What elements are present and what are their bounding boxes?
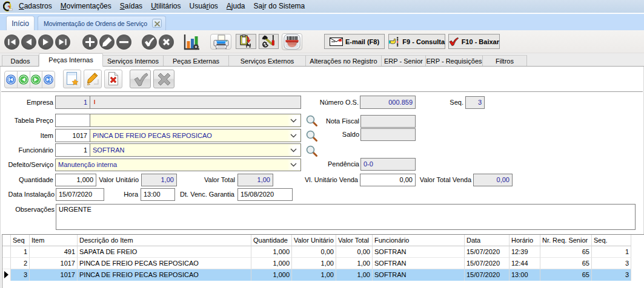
window-tab-movimentacao[interactable]: Movimentação de Ordens de Serviço [38,16,166,30]
last-page-button[interactable] [42,71,55,88]
chevron-down-icon[interactable] [287,115,300,126]
menu-item-sa-das[interactable]: Saídas [116,0,147,13]
grid-cell[interactable]: 1,000 [251,246,292,258]
grid-cell[interactable]: 1,00 [336,258,373,269]
grid-cell[interactable]: 1,00 [336,269,373,281]
email-button[interactable]: E-mail (F8) [324,34,385,49]
grid-cell[interactable]: 1,000 [251,269,292,281]
tab-servi-os-internos[interactable]: Serviços Internos [103,55,164,66]
tab-dados[interactable]: Dados [2,55,39,66]
previous-page-button[interactable] [18,71,30,88]
menu-item-usu-rios[interactable]: Usuários [185,0,222,13]
menu-item-cadastros[interactable]: Cadastros [15,0,56,13]
grid-cell[interactable]: PINCA DE FREIO PECAS REPOSICAO [78,258,251,269]
grid-cell[interactable]: 1 [592,246,631,258]
search-icon[interactable] [305,145,318,157]
grid-cell[interactable]: 0,00 [292,246,336,258]
confirm-button[interactable] [130,70,151,88]
grid-cell[interactable]: 0,00 [336,246,373,258]
grid-cell[interactable]: 3 [11,269,30,281]
grid-cell[interactable]: 65 [540,258,592,269]
previous-record-button[interactable] [21,34,36,50]
grid-cell[interactable]: 3 [592,269,631,281]
chevron-down-icon[interactable] [287,130,300,141]
grid-cell[interactable]: 1,00 [292,269,336,281]
grid-cell[interactable]: 1017 [30,269,78,281]
chart-icon[interactable] [182,33,201,51]
grid-cell[interactable]: 3 [592,258,631,269]
tabela-preco-code-input[interactable] [55,114,90,127]
grid-cell[interactable]: SOFTRAN [373,269,465,281]
tab-pe-as-externas[interactable]: Peças Externas [164,55,229,66]
chevron-down-icon[interactable] [287,160,300,170]
cancel-record-button[interactable] [159,34,174,50]
grid-cell[interactable]: 65 [540,269,592,281]
new-record-button[interactable] [63,70,81,88]
grid-cell[interactable]: SOFTRAN [373,246,465,258]
menu-item-movimenta-es[interactable]: Movimentações [56,0,116,13]
search-icon[interactable] [305,129,318,142]
dt-venc-garantia-input[interactable]: 15/08/2020 [237,188,293,201]
tab-servi-os-externos[interactable]: Serviços Externos [229,55,306,66]
grid-cell[interactable]: 1 [11,246,30,258]
delete-record-button[interactable] [104,70,122,88]
grid-cell[interactable]: SOFTRAN [373,258,465,269]
edit-record-button[interactable] [84,70,102,88]
x-icon [159,34,174,50]
grid-cell[interactable]: 12:44 [510,258,540,269]
grid-cell[interactable]: SAPATA DE FREIO [78,246,251,258]
grid-cell[interactable]: 12:39 [510,246,540,258]
last-record-button[interactable] [55,34,70,50]
window-tab-inicio[interactable]: Início [6,16,35,30]
first-page-button[interactable] [5,71,18,88]
quantidade-input[interactable]: 1,000 [55,174,96,186]
grid-cell[interactable]: 1017 [30,258,78,269]
settings-button[interactable] [259,34,279,49]
chevron-down-icon[interactable] [287,145,300,155]
funcionario-combo[interactable]: SOFTRAN [90,143,301,157]
f9-consulta-button[interactable]: F9 - Consulta [388,34,445,49]
tab-close-button[interactable] [152,19,162,28]
tab-pe-as-internas[interactable]: Peças Internas [39,53,103,67]
observacoes-memo[interactable]: URGENTE [56,204,636,230]
grid-cell[interactable]: 2 [11,258,30,269]
item-combo[interactable]: PINCA DE FREIO PECAS REPOSICAO [90,129,301,142]
menu-item-utilit-rios[interactable]: Utilitários [147,0,185,13]
grid-cell[interactable]: 1,000 [251,258,292,269]
post-record-button[interactable] [142,34,157,50]
edit-record-button-top[interactable] [99,34,115,50]
menu-item-sair-do-sistema[interactable]: Sair do Sistema [250,0,310,13]
tabela-preco-combo[interactable] [90,114,301,127]
tab-erp-requisi-es[interactable]: ERP - Requisições [426,55,483,66]
data-instalacao-input[interactable]: 15/07/2020 [56,188,104,201]
tab-altera-es-no-registro[interactable]: Alterações no Registro [306,55,382,66]
tab-erp-senior[interactable]: ERP - Senior [382,55,426,66]
grid-cell[interactable]: 1,00 [292,258,336,269]
cancel-button[interactable] [153,70,174,88]
next-record-button[interactable] [38,34,53,50]
search-icon[interactable] [305,114,318,127]
menu-item-ajuda[interactable]: Ajuda [222,0,250,13]
defeito-servico-combo[interactable]: Manutenção interna [55,159,301,171]
first-record-button[interactable] [4,34,19,50]
barcode-button[interactable] [282,33,302,50]
funcionario-code-input[interactable]: 1 [55,143,90,157]
remove-record-button[interactable] [116,34,131,50]
next-page-button[interactable] [30,71,43,88]
grid-cell[interactable]: 491 [30,246,78,258]
grid-cell[interactable]: 15/07/2020 [465,269,510,281]
quantidade-input-value: 1,000 [76,176,93,183]
grid-cell[interactable]: 15/07/2020 [465,246,510,258]
grid-cell[interactable]: PINCA DE FREIO PECAS REPOSICAO [78,269,251,281]
print-button[interactable] [210,34,231,50]
grid-cell[interactable]: 13:00 [510,269,540,281]
grid-cell[interactable]: 65 [540,246,592,258]
add-record-button[interactable] [82,34,98,50]
item-code-input[interactable]: 1017 [55,129,90,142]
hora-input[interactable]: 13:00 [141,188,175,201]
grid-cell[interactable]: 15/07/2020 [465,258,510,269]
f10-baixar-button[interactable]: F10 - Baixar [448,34,500,49]
vl-unitario-venda-input[interactable]: 0,00 [360,174,416,186]
report-button[interactable] [236,34,256,49]
tab-filtros[interactable]: Filtros [483,55,527,66]
